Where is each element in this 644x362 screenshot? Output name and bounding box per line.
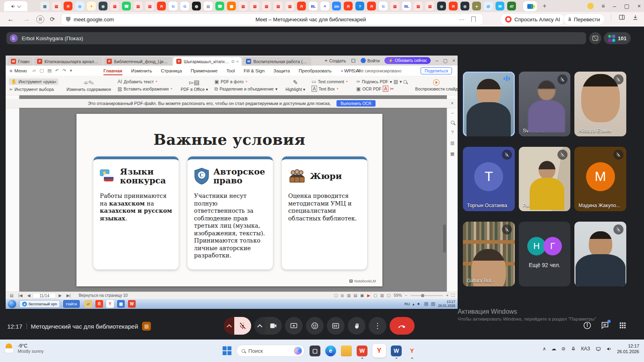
tray-icon[interactable]: ∧	[543, 346, 546, 352]
pinned-tab[interactable]: ▤	[262, 2, 271, 10]
pin-tab-icon[interactable]: ⊡	[231, 60, 235, 64]
pinned-tab[interactable]: ◉	[460, 2, 469, 10]
participant-tile[interactable]: Erbol Koishygara	[463, 72, 515, 136]
pinned-tab[interactable]: ▤	[110, 2, 119, 10]
participant-tile[interactable]: Т Торгын Осатаева	[463, 147, 515, 212]
pinned-tab[interactable]: ▦	[40, 2, 49, 10]
search-icon[interactable]	[403, 80, 407, 84]
add-text-button[interactable]: AIДобавить текст✦	[118, 79, 173, 84]
view-mode-icon[interactable]: ▥	[347, 293, 351, 298]
pinned-tab[interactable]: ▤	[285, 2, 294, 10]
pinned-tab[interactable]: 47	[507, 2, 516, 10]
collapse-icon[interactable]: –	[451, 110, 454, 115]
ocr-pdf-button[interactable]: ▣OCR PDF🄰✂	[356, 86, 407, 92]
run-ocr-button[interactable]: Выполнить OCR	[336, 100, 375, 107]
captions-button[interactable]	[327, 317, 345, 335]
play-slide-icon[interactable]: ▶	[367, 293, 370, 298]
redo-icon[interactable]: ↷	[62, 68, 66, 73]
wps-main-menu-button[interactable]: ≡Меню	[10, 68, 27, 73]
participant-tile[interactable]: НГ Ещё 92 чел.	[519, 222, 571, 286]
taskbar-app-icon[interactable]: Y	[106, 300, 114, 308]
restore-button[interactable]: ▢	[624, 3, 630, 9]
bookmark-icon[interactable]	[471, 16, 476, 22]
side-panel-icon[interactable]	[619, 14, 625, 21]
sync-status[interactable]: Не синхронизировано	[351, 68, 401, 73]
tab-google-meet[interactable]	[523, 1, 537, 11]
participant-tile[interactable]: Рымбала ...	[519, 147, 571, 212]
participants-button[interactable]: GН 101	[604, 32, 631, 44]
pinned-tab[interactable]: BL	[402, 2, 411, 10]
pinned-tab[interactable]: zm	[332, 2, 341, 10]
taskbar-search[interactable]: Поиск	[236, 345, 305, 357]
wps-document-tab[interactable]: P Библиотечный_фонд_Цифровая_м	[103, 57, 172, 66]
wps-ribbon-tab[interactable]: Главная	[103, 67, 122, 75]
chevron-down-icon[interactable]: ▾	[70, 68, 72, 73]
camera-options-button[interactable]	[254, 317, 265, 335]
yandex-id-icon[interactable]: Я	[36, 15, 44, 23]
pinned-tab[interactable]: ●	[472, 2, 481, 10]
text-comment-button[interactable]: ▭Text comment✦	[312, 79, 348, 84]
app-icon-yandex-active[interactable]: Y	[372, 344, 386, 358]
participant-tile[interactable]: Gafura Bul...	[463, 222, 515, 286]
undo-icon[interactable]: ↶	[55, 68, 59, 73]
wps-login-button[interactable]: 👤Войти	[361, 58, 380, 63]
pdf-to-office-button[interactable]: ▻▤PDF в Office ▾	[178, 79, 211, 92]
tray-icon[interactable]: ⊘	[561, 346, 566, 352]
wps-document-tab[interactable]: W Воспитательная работа (1) (1).do	[243, 57, 311, 66]
pinned-tab[interactable]: ▤	[134, 2, 142, 10]
pinned-tab[interactable]: @	[484, 2, 493, 10]
search-icon[interactable]	[451, 121, 454, 124]
pinned-tab[interactable]: ▤	[425, 2, 434, 10]
wps-ribbon-tab[interactable]: Защита	[273, 67, 290, 75]
pinned-tab[interactable]: ◍	[75, 2, 84, 10]
end-call-button[interactable]	[390, 317, 415, 335]
help-icon[interactable]: ?	[451, 130, 454, 135]
pinned-tab[interactable]: ◍	[192, 2, 201, 10]
pinned-tab[interactable]: Я	[367, 2, 376, 10]
present-button[interactable]	[285, 317, 303, 335]
change-layout-button[interactable]	[589, 32, 601, 44]
wps-ribbon-tab[interactable]: Fill & Sign	[244, 67, 265, 75]
app-icon-edge[interactable]: e	[325, 346, 336, 356]
pinned-tab[interactable]: ◉	[437, 2, 446, 10]
pinned-tab[interactable]: Я	[64, 2, 72, 10]
omnibox-more-button[interactable]: ⋯	[459, 16, 464, 23]
back-button[interactable]: ←	[7, 15, 14, 23]
pinned-tab[interactable]: Я	[297, 2, 306, 10]
font-icon[interactable]: 🄰	[383, 86, 388, 92]
activities-icon[interactable]	[618, 321, 627, 330]
thumbnail-toggle-icon[interactable]: ▤	[10, 293, 13, 298]
app-icon-word[interactable]: W	[391, 346, 402, 356]
zoom-percentage[interactable]: 59%	[394, 293, 402, 298]
taskbar-app-icon[interactable]: ▱	[85, 300, 92, 308]
wps-ribbon-tab[interactable]: Примечание	[191, 67, 218, 75]
pinned-tab[interactable]: ▦	[227, 2, 236, 10]
url-input[interactable]: meet.google.com Meet – Методический час …	[61, 14, 483, 25]
pinned-tab[interactable]: Я	[157, 2, 166, 10]
pinned-tab[interactable]: ▤	[414, 2, 423, 10]
wps-ribbon-tab[interactable]: Tool	[226, 67, 235, 75]
browser-menu-button[interactable]: ≡	[602, 3, 605, 9]
pinned-tab[interactable]: ☎	[215, 2, 224, 10]
expand-tile-icon[interactable]	[618, 278, 623, 283]
tray-icon[interactable]	[431, 302, 435, 306]
pinned-tab[interactable]: ✦	[87, 2, 96, 10]
text-box-button[interactable]: 🄰Text Box✦	[312, 86, 348, 92]
zoom-in-button[interactable]: +	[446, 293, 448, 298]
pinned-tab[interactable]: ▤	[52, 2, 61, 10]
browser-profile-icon[interactable]	[587, 3, 594, 9]
taskbar-app-icon[interactable]: Я	[95, 300, 103, 308]
view-mode-icon[interactable]: ▣	[360, 293, 364, 298]
window-mode-icon[interactable]	[351, 58, 356, 63]
meeting-details-icon[interactable]	[583, 321, 592, 330]
highlight-button[interactable]: ✎Highlight ▾	[282, 79, 308, 92]
pinned-tab[interactable]: BL	[309, 2, 318, 10]
pinned-tab[interactable]: ◉	[99, 2, 107, 10]
language-indicator[interactable]: RU	[405, 302, 410, 306]
ask-alice-button[interactable]: Спросить Алису AI	[500, 14, 565, 25]
speaker-icon[interactable]	[417, 302, 421, 306]
view-mode-icon[interactable]: ◎	[341, 293, 344, 298]
mic-options-button[interactable]	[224, 317, 234, 335]
hand-tool-button[interactable]: ✋Инструмент «рука»	[9, 78, 58, 85]
pinned-tab[interactable]: Я	[449, 2, 458, 10]
